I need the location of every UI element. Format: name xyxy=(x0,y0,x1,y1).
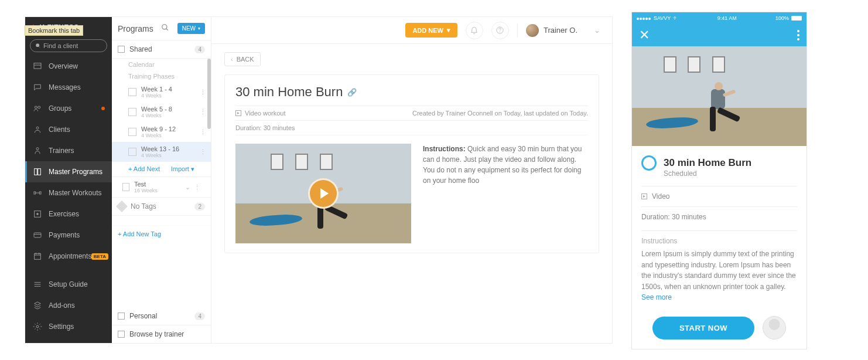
main-content: ADD NEW Trainer O. ⌄ BACK 30 min Home Bu… xyxy=(211,17,612,343)
trainers-icon xyxy=(33,146,42,155)
phone-footer: START NOW xyxy=(641,308,797,339)
svg-line-26 xyxy=(166,28,168,30)
more-menu-button[interactable] xyxy=(797,30,799,40)
tag-icon xyxy=(116,201,128,212)
phase-item-selected[interactable]: Week 13 - 164 Weeks⋮ xyxy=(112,142,211,162)
nav-appointments-label: Appointments xyxy=(49,252,91,260)
phase-item[interactable]: Week 9 - 124 Weeks⋮ xyxy=(112,122,211,142)
new-program-button[interactable]: NEW xyxy=(177,23,205,34)
close-button[interactable]: ✕ xyxy=(639,28,650,43)
phase-menu-button[interactable]: ⋮ xyxy=(200,89,206,96)
start-now-button[interactable]: START NOW xyxy=(652,317,754,339)
svg-rect-10 xyxy=(34,192,36,194)
nav-setup-guide[interactable]: Setup Guide xyxy=(25,274,112,295)
workout-title: 30 min Home Burn xyxy=(235,84,343,100)
phone-hero-image xyxy=(632,46,807,146)
add-new-button[interactable]: ADD NEW xyxy=(405,23,457,38)
import-link[interactable]: Import xyxy=(171,165,194,173)
no-tags-count: 2 xyxy=(194,203,205,210)
svg-point-14 xyxy=(37,213,39,215)
chevron-down-icon: ⌄ xyxy=(594,26,600,35)
phase-menu-button[interactable]: ⋮ xyxy=(200,128,206,136)
wifi-icon: ᯤ xyxy=(673,15,678,21)
back-button[interactable]: BACK xyxy=(224,52,261,66)
phase-sub: 4 Weeks xyxy=(141,133,176,138)
search-icon xyxy=(161,23,169,32)
phase-menu-button[interactable]: ⋮ xyxy=(200,148,206,156)
avatar xyxy=(526,24,539,37)
section-shared[interactable]: Shared 4 xyxy=(112,40,211,59)
no-tags-row[interactable]: No Tags 2 xyxy=(112,198,211,216)
phone-instructions-body: Lorem Ipsum is simply dummy text of the … xyxy=(641,250,796,291)
nav-appointments[interactable]: AppointmentsBETA xyxy=(25,246,112,267)
video-thumbnail[interactable] xyxy=(235,144,411,243)
app-window: ✦ K FITNESS Find a client Overview Messa… xyxy=(25,16,613,344)
nav-master-workouts[interactable]: Master Workouts xyxy=(25,182,112,203)
programs-header: Programs NEW xyxy=(112,17,211,40)
phone-navbar: ✕ xyxy=(632,24,807,46)
phone-statusbar: SAVVY ᯤ 9:41 AM 100% xyxy=(632,12,807,24)
calendar-label: Calendar xyxy=(112,59,211,70)
phone-instructions-heading: Instructions xyxy=(641,230,797,245)
nav-addons[interactable]: Add-ons xyxy=(25,295,112,316)
calendar-icon xyxy=(128,148,136,156)
phone-workout-title: 30 min Home Burn xyxy=(664,157,751,169)
see-more-link[interactable]: See more xyxy=(641,293,672,301)
exercises-icon xyxy=(33,209,42,219)
bookmark-tooltip: Bookmark this tab xyxy=(25,25,83,36)
phone-video-row: Video xyxy=(641,186,797,206)
folder-icon xyxy=(118,313,125,320)
nav-overview[interactable]: Overview xyxy=(25,56,112,77)
find-client-input[interactable]: Find a client xyxy=(30,39,107,52)
link-icon[interactable]: 🔗 xyxy=(347,88,357,97)
phase-menu-button[interactable]: ⋮ xyxy=(200,108,206,116)
workouts-icon xyxy=(33,188,42,198)
add-next-link[interactable]: + Add Next xyxy=(128,165,160,173)
addons-icon xyxy=(33,301,42,310)
nav-groups[interactable]: Groups xyxy=(25,98,112,119)
user-menu[interactable]: Trainer O. ⌄ xyxy=(526,24,600,37)
nav-exercises[interactable]: Exercises xyxy=(25,203,112,225)
nav-master-workouts-label: Master Workouts xyxy=(49,189,101,197)
help-button[interactable] xyxy=(491,22,509,39)
status-ring-icon[interactable] xyxy=(641,155,657,171)
section-browse[interactable]: Browse by trainer xyxy=(112,325,211,343)
program-test-item[interactable]: Test16 Weeks ⌄ ⋮ xyxy=(112,176,211,198)
nav-payments[interactable]: Payments xyxy=(25,225,112,246)
test-title: Test xyxy=(134,181,158,188)
nav-trainers-label: Trainers xyxy=(49,147,74,155)
section-personal[interactable]: Personal 4 xyxy=(112,307,211,325)
test-menu-button[interactable]: ⋮ xyxy=(194,184,200,191)
programs-search-button[interactable] xyxy=(161,23,169,34)
nav-master-programs[interactable]: Master Programs xyxy=(25,161,112,182)
trainer-avatar[interactable] xyxy=(763,316,786,339)
book-icon xyxy=(122,183,129,191)
nav-trainers[interactable]: Trainers xyxy=(25,140,112,161)
nav-addons-label: Add-ons xyxy=(49,301,75,310)
phase-item[interactable]: Week 1 - 44 Weeks⋮ xyxy=(112,82,211,102)
phone-title-row: 30 min Home Burn xyxy=(641,155,797,171)
phase-item[interactable]: Week 5 - 84 Weeks⋮ xyxy=(112,102,211,122)
programs-title: Programs xyxy=(118,24,153,33)
svg-rect-2 xyxy=(34,63,41,69)
content-area: BACK 30 min Home Burn 🔗 Video workout Cr… xyxy=(211,44,612,261)
test-sub: 16 Weeks xyxy=(134,188,158,193)
phase-title: Week 13 - 16 xyxy=(141,145,179,152)
nav-messages[interactable]: Messages xyxy=(25,77,112,98)
notifications-button[interactable] xyxy=(466,22,483,39)
svg-point-28 xyxy=(500,32,501,32)
workout-type-label: Video workout xyxy=(245,110,286,117)
messages-icon xyxy=(33,83,42,92)
instructions-label: Instructions: xyxy=(423,145,466,153)
folder-icon xyxy=(118,46,125,53)
nav-master-programs-label: Master Programs xyxy=(49,168,102,176)
signal-dots-icon xyxy=(637,15,651,21)
nav-settings-label: Settings xyxy=(49,322,74,331)
video-icon xyxy=(641,193,647,199)
phase-title: Week 9 - 12 xyxy=(141,125,176,133)
nav-clients[interactable]: Clients xyxy=(25,119,112,140)
add-new-tag-link[interactable]: + Add New Tag xyxy=(112,226,211,242)
nav-settings[interactable]: Settings xyxy=(25,316,112,337)
phone-duration-row: Duration: 30 minutes xyxy=(641,206,797,227)
phase-sub: 4 Weeks xyxy=(141,152,179,158)
